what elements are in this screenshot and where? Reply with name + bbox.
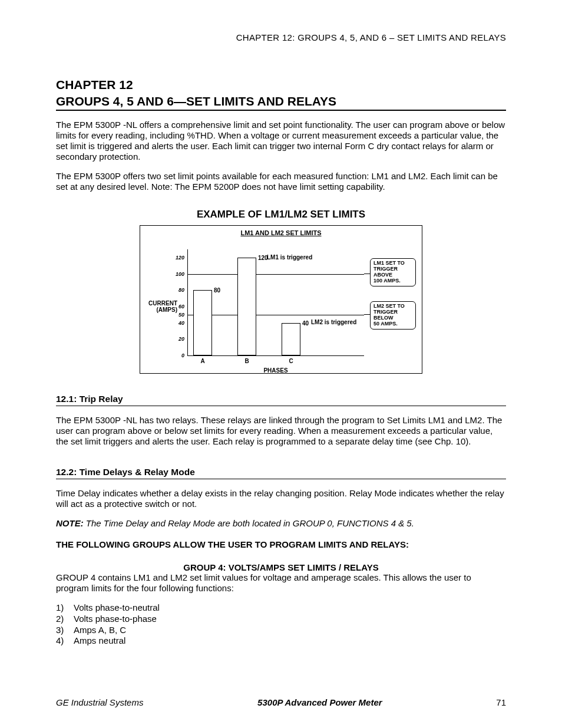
chapter-title: GROUPS 4, 5 AND 6—SET LIMITS AND RELAYS: [56, 94, 506, 111]
plot-area: 0 20 40 50 60 80 100 120 80 120 LM1 is t…: [187, 249, 364, 356]
bar-phase-b: [237, 258, 256, 355]
y-axis-label: CURRENT (AMPS): [145, 300, 177, 313]
page-number: 71: [496, 697, 506, 707]
group-4-function-list: 1)Volts phase-to-neutral 2)Volts phase-t…: [56, 602, 506, 647]
lm1-limit-line: [187, 274, 364, 275]
example-heading: EXAMPLE OF LM1/LM2 SET LIMITS: [56, 209, 506, 220]
chart-inner-title: LM1 AND LM2 SET LIMITS: [240, 229, 321, 236]
intro-paragraph-1: The EPM 5300P -NL offers a comprehensive…: [56, 120, 506, 162]
page-header: CHAPTER 12: GROUPS 4, 5, AND 6 – SET LIM…: [56, 32, 506, 42]
lm2-trigger-label: LM2 is triggered: [311, 319, 356, 325]
note-line: NOTE: The Time Delay and Relay Mode are …: [56, 518, 506, 529]
list-item: 2)Volts phase-to-phase: [56, 614, 506, 625]
document-page: CHAPTER 12: GROUPS 4, 5, AND 6 – SET LIM…: [0, 0, 562, 728]
page-footer: GE Industrial Systems 5300P Advanced Pow…: [56, 697, 506, 707]
lm1-trigger-label: LM1 is triggered: [267, 254, 312, 261]
groups-intro-heading: THE FOLLOWING GROUPS ALLOW THE USER TO P…: [56, 539, 506, 549]
lm1-lm2-chart: LM1 AND LM2 SET LIMITS CURRENT (AMPS) 0 …: [140, 225, 422, 374]
footer-company: GE Industrial Systems: [56, 697, 143, 707]
bar-phase-c: [282, 323, 300, 355]
group-4-body: GROUP 4 contains LM1 and LM2 set limit v…: [56, 572, 506, 594]
x-axis-label: PHASES: [263, 367, 287, 374]
section-12-1-body: The EPM 5300P -NL has two relays. These …: [56, 415, 506, 447]
footer-product: 5300P Advanced Power Meter: [257, 697, 382, 707]
chapter-number: CHAPTER 12: [56, 78, 506, 92]
bar-phase-a: [193, 290, 212, 355]
list-item: 4)Amps neutral: [56, 635, 506, 647]
lm2-limit-line: [187, 315, 364, 315]
intro-paragraph-2: The EPM 5300P offers two set limit point…: [56, 171, 506, 192]
list-item: 1)Volts phase-to-neutral: [56, 602, 506, 614]
lm2-callout: LM2 SET TO TRIGGER BELOW 50 AMPS.: [370, 301, 416, 330]
section-12-2-heading: 12.2: Time Delays & Relay Mode: [56, 467, 506, 479]
section-12-2-body: Time Delay indicates whether a delay exi…: [56, 488, 506, 509]
list-item: 3)Amps A, B, C: [56, 625, 506, 636]
group-4-heading: GROUP 4: VOLTS/AMPS SET LIMITS / RELAYS: [56, 562, 506, 572]
section-12-1-heading: 12.1: Trip Relay: [56, 394, 506, 406]
lm1-callout: LM1 SET TO TRIGGER ABOVE 100 AMPS.: [370, 258, 416, 286]
